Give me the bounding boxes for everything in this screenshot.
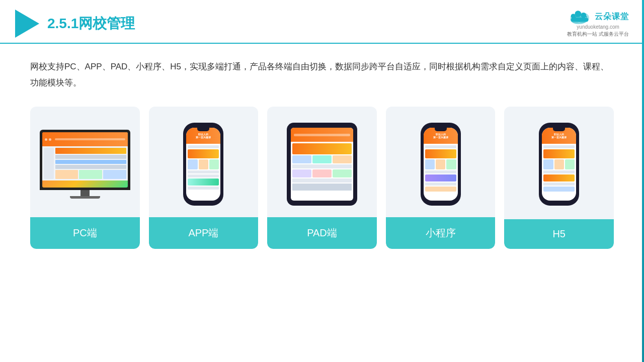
logo-triangle	[15, 10, 39, 38]
tablet-card	[292, 169, 311, 177]
tablet-screen	[291, 128, 353, 201]
section-number: 2.5.1	[47, 16, 78, 31]
phone-notch	[553, 128, 565, 131]
phone-notch	[435, 128, 447, 131]
tablet-frame	[287, 123, 357, 206]
cards-row: PC端 职达人的第一堂兴趣课	[30, 107, 614, 249]
h5-phone-frame: 职达人的第一堂兴趣课	[539, 123, 579, 206]
pc-card: PC端	[30, 107, 140, 249]
grid-item	[209, 159, 219, 169]
monitor-banner	[55, 148, 126, 154]
mini-phone-frame: 职达人的第一堂兴趣课	[421, 123, 461, 206]
brand-logo-icon: 云朵课堂	[568, 9, 629, 24]
card	[103, 170, 126, 179]
monitor-row	[55, 155, 126, 159]
phone-row	[188, 187, 219, 190]
phone-row	[543, 183, 575, 186]
monitor-row	[55, 165, 126, 169]
cloud-icon	[568, 9, 592, 24]
miniprogram-image-area: 职达人的第一堂兴趣课	[386, 117, 496, 212]
page-title: 2.5.1网校管理	[47, 14, 135, 33]
pc-image-area	[30, 117, 140, 212]
phone-row	[425, 183, 456, 186]
phone-row	[188, 174, 219, 177]
miniprogram-card: 职达人的第一堂兴趣课	[386, 107, 496, 249]
pad-tablet	[287, 123, 357, 206]
brand-tagline: 教育机构一站 式服务云平台	[567, 31, 629, 38]
tablet-row	[292, 178, 352, 183]
pc-monitor	[40, 130, 130, 199]
header-left: 2.5.1网校管理	[15, 10, 135, 38]
monitor-screen	[42, 132, 128, 188]
tablet-address-bar	[294, 134, 350, 136]
phone-banner-text: 职达人的第一堂兴趣课	[551, 133, 567, 139]
grid-item	[543, 159, 553, 169]
phone-grid	[425, 159, 456, 169]
phone-banner	[425, 149, 456, 158]
tablet-card	[333, 155, 352, 163]
pad-card: PAD端	[267, 107, 377, 249]
grid-item	[436, 159, 445, 169]
svg-point-4	[575, 11, 581, 17]
svg-point-5	[581, 13, 586, 18]
address-bar	[55, 138, 125, 140]
brand-name: 云朵课堂	[595, 12, 629, 22]
h5-image-area: 职达人的第一堂兴趣课	[504, 117, 614, 212]
tablet-body	[291, 142, 353, 192]
phone-grid	[543, 159, 575, 169]
monitor-sidebar	[44, 148, 54, 179]
tablet-card	[292, 155, 311, 163]
app-phone: 职达人的第一堂兴趣课	[183, 123, 223, 206]
h5-phone: 职达人的第一堂兴趣课	[539, 123, 579, 206]
monitor-frame	[40, 130, 130, 190]
phone-body	[186, 144, 220, 191]
phone-row-teal	[188, 178, 219, 186]
pad-image-area	[267, 117, 377, 212]
phone-banner-text: 职达人的第一堂兴趣课	[433, 133, 448, 139]
phone-row-purple	[425, 174, 456, 182]
miniprogram-label: 小程序	[386, 217, 496, 249]
tablet-card	[312, 155, 332, 163]
phone-row	[543, 170, 575, 173]
h5-card: 职达人的第一堂兴趣课	[504, 107, 614, 249]
monitor-top-bar	[42, 132, 128, 146]
tablet-card	[333, 169, 352, 177]
phone-row	[188, 145, 219, 148]
phone-screen: 职达人的第一堂兴趣课	[186, 128, 220, 201]
phone-grid	[188, 159, 219, 169]
tablet-top-bar	[291, 128, 353, 142]
phone-notch	[197, 128, 209, 131]
phone-row-blue	[543, 187, 575, 192]
app-label: APP端	[149, 217, 259, 249]
description-text: 网校支持PC、APP、PAD、小程序、H5，实现多端打通，产品各终端自由切换，数…	[30, 59, 614, 92]
card	[55, 170, 78, 179]
card	[79, 170, 102, 179]
phone-row	[425, 170, 456, 173]
phone-row	[188, 170, 219, 173]
tablet-cards-2	[292, 169, 352, 177]
tablet-card	[312, 169, 332, 177]
right-edge-bar	[642, 0, 644, 362]
monitor-body	[42, 146, 128, 180]
phone-banner	[543, 149, 575, 158]
phone-screen: 职达人的第一堂兴趣课	[424, 128, 458, 201]
tablet-row	[292, 164, 352, 168]
brand-url: yunduoketang.com	[577, 24, 619, 30]
monitor-main	[55, 148, 126, 179]
grid-item	[446, 159, 456, 169]
app-image-area: 职达人的第一堂兴趣课	[149, 117, 259, 212]
grid-item	[565, 159, 575, 169]
phone-body	[542, 144, 576, 193]
pc-label: PC端	[30, 217, 140, 249]
monitor-stand	[80, 190, 90, 196]
phone-row	[425, 145, 456, 148]
miniprogram-phone: 职达人的第一堂兴趣课	[421, 123, 461, 206]
phone-row	[543, 145, 575, 148]
monitor-dot	[45, 138, 47, 141]
phone-row-orange2	[425, 187, 456, 192]
h5-label: H5	[504, 219, 614, 249]
phone-screen: 职达人的第一堂兴趣课	[542, 128, 576, 201]
tablet-cards	[292, 155, 352, 163]
grid-item	[188, 159, 197, 169]
app-card: 职达人的第一堂兴趣课	[149, 107, 259, 249]
